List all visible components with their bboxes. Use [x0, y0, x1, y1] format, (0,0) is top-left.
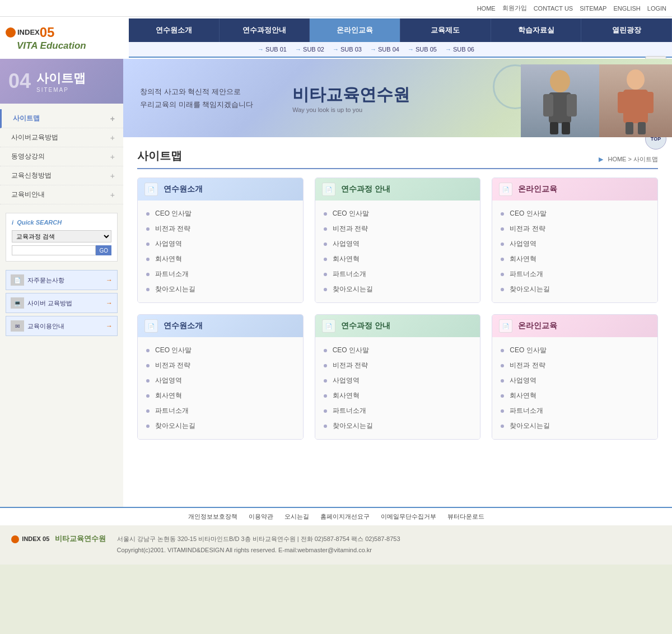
- sub-nav-item-1[interactable]: SUB 02: [295, 46, 324, 53]
- svg-point-0: [550, 70, 570, 92]
- sitemap-link-3-1[interactable]: 비전과 전략: [146, 358, 295, 373]
- sitemap-link-0-0[interactable]: CEO 인사말: [146, 206, 295, 221]
- sub-nav-item-3[interactable]: SUB 04: [370, 46, 399, 53]
- sitemap-link-5-2[interactable]: 사업영역: [501, 373, 649, 388]
- sitemap-section-5: 📄 온라인교육 CEO 인사말 비전과 전략 사업영역 회사연혁 파트너소개 찾…: [492, 314, 658, 440]
- nav-register[interactable]: 회원가입: [502, 4, 527, 12]
- sub-nav-item-2[interactable]: SUB 03: [333, 46, 362, 53]
- footer-nav-terms[interactable]: 이용약관: [249, 512, 273, 521]
- bullet: [501, 409, 504, 413]
- sitemap-link-0-4[interactable]: 파트너소개: [146, 267, 295, 282]
- nav-item-1[interactable]: 연수과정안내: [220, 18, 310, 42]
- arrow-icon-0: →: [106, 276, 113, 284]
- sidebar-link-cyber[interactable]: 💻 사이버 교육방법 →: [6, 293, 118, 313]
- sidebar-link-edu[interactable]: ✉ 교육이용안내 →: [6, 316, 118, 336]
- sitemap-link-1-4[interactable]: 파트너소개: [324, 267, 472, 282]
- section-header-0: 📄 연수원소개: [138, 178, 303, 201]
- sitemap-link-0-2[interactable]: 사업영역: [146, 236, 295, 251]
- sub-nav-item-4[interactable]: SUB 05: [408, 46, 437, 53]
- plus-icon-1: +: [110, 133, 115, 142]
- section-icon-5: 📄: [499, 319, 512, 333]
- sidebar-menu-item-1[interactable]: 사이버교육방법 +: [0, 128, 123, 147]
- nav-english[interactable]: ENGLISH: [613, 5, 640, 12]
- sitemap-link-2-1[interactable]: 비전과 전략: [501, 221, 649, 236]
- sitemap-links-1: CEO 인사말 비전과 전략 사업영역 회사연혁 파트너소개 찾아오시는길: [315, 201, 480, 302]
- logo[interactable]: INDEX 05 VITA Education: [6, 25, 129, 52]
- sidebar-menu-item-2[interactable]: 동영상강의 +: [0, 147, 123, 166]
- sitemap-link-1-0[interactable]: CEO 인사말: [324, 206, 472, 221]
- nav-item-4[interactable]: 학습자료실: [491, 18, 582, 42]
- sidebar-menu-item-3[interactable]: 교육신청방법 +: [0, 166, 123, 185]
- bullet: [324, 409, 327, 413]
- bullet: [501, 379, 504, 383]
- sitemap-link-3-2[interactable]: 사업영역: [146, 373, 295, 388]
- sitemap-links-0: CEO 인사말 비전과 전략 사업영역 회사연혁 파트너소개 찾아오시는길: [138, 201, 303, 302]
- bullet: [146, 379, 150, 383]
- sitemap-link-2-4[interactable]: 파트너소개: [501, 267, 649, 282]
- sitemap-link-1-5[interactable]: 찾아오시는길: [324, 282, 472, 297]
- sitemap-link-1-2[interactable]: 사업영역: [324, 236, 472, 251]
- main-content: 창의적 사고와 혁신적 제안으로 우리교육의 미래를 책임지겠습니다 비타교육연…: [123, 59, 672, 507]
- sitemap-link-3-3[interactable]: 회사연혁: [146, 388, 295, 403]
- nav-item-5[interactable]: 열린광장: [581, 18, 672, 42]
- sitemap-links-3: CEO 인사말 비전과 전략 사업영역 회사연혁 파트너소개 찾아오시는길: [138, 337, 303, 439]
- sitemap-link-4-1[interactable]: 비전과 전략: [324, 358, 472, 373]
- sidebar-link-faq[interactable]: 📄 자주묻는사항 →: [6, 270, 118, 290]
- person-male: [521, 64, 599, 137]
- bullet: [146, 425, 150, 428]
- sitemap-link-4-2[interactable]: 사업영역: [324, 373, 472, 388]
- sitemap-link-0-1[interactable]: 비전과 전략: [146, 221, 295, 236]
- nav-item-0[interactable]: 연수원소개: [129, 18, 220, 42]
- nav-contact[interactable]: CONTACT US: [534, 5, 573, 12]
- bullet: [324, 258, 327, 261]
- sitemap-link-3-4[interactable]: 파트너소개: [146, 403, 295, 418]
- arrow-icon-1: →: [106, 299, 113, 307]
- bullet: [501, 364, 504, 367]
- banner-sub2: 우리교육의 미래를 책임지겠습니다: [140, 98, 253, 111]
- sitemap-link-5-4[interactable]: 파트너소개: [501, 403, 649, 418]
- sitemap-link-1-1[interactable]: 비전과 전략: [324, 221, 472, 236]
- footer-nav-feedback[interactable]: 홈페이지개선요구: [320, 512, 370, 521]
- footer-nav-directions[interactable]: 오시는길: [284, 512, 309, 521]
- content-area: 사이트맵 ▶ HOME > 사이트맵 📄 연수원소개 CEO 인사말 비전과: [123, 137, 672, 462]
- nav-item-3[interactable]: 교육제도: [400, 18, 491, 42]
- sidebar-header: 04 사이트맵 SITEMAP: [0, 59, 123, 104]
- logo-num: 05: [40, 25, 55, 40]
- sitemap-link-5-1[interactable]: 비전과 전략: [501, 358, 649, 373]
- sidebar-menu-item-0[interactable]: 사이트맵 +: [0, 109, 123, 128]
- footer-address: 서울시 강남구 논현동 320-15 비타마인드B/D 3층 비타교육연수원 |…: [117, 534, 400, 545]
- sitemap-link-2-3[interactable]: 회사연혁: [501, 251, 649, 267]
- sitemap-link-5-0[interactable]: CEO 인사말: [501, 343, 649, 358]
- sitemap-link-3-5[interactable]: 찾아오시는길: [146, 418, 295, 433]
- nav-login[interactable]: LOGIN: [647, 5, 666, 12]
- sitemap-link-5-3[interactable]: 회사연혁: [501, 388, 649, 403]
- sitemap-grid-row1: 📄 연수원소개 CEO 인사말 비전과 전략 사업영역 회사연혁 파트너소개 찾…: [137, 178, 658, 303]
- sitemap-link-0-3[interactable]: 회사연혁: [146, 251, 295, 267]
- nav-sitemap[interactable]: SITEMAP: [580, 5, 606, 12]
- sidebar-menu-item-4[interactable]: 교육비안내 +: [0, 185, 123, 204]
- header: INDEX 05 VITA Education 연수원소개 연수과정안내 온라인…: [0, 17, 672, 59]
- footer-nav-noemail[interactable]: 이메일무단수집거부: [381, 512, 436, 521]
- search-go-button[interactable]: GO: [96, 245, 111, 255]
- nav-item-2[interactable]: 온라인교육: [310, 18, 400, 42]
- nav-home[interactable]: HOME: [477, 5, 496, 12]
- search-category-select[interactable]: 교육과정 검색: [12, 230, 111, 243]
- sitemap-link-4-4[interactable]: 파트너소개: [324, 403, 472, 418]
- sitemap-link-0-5[interactable]: 찾아오시는길: [146, 282, 295, 297]
- sitemap-link-2-5[interactable]: 찾아오시는길: [501, 282, 649, 297]
- sitemap-link-4-0[interactable]: CEO 인사말: [324, 343, 472, 358]
- sitemap-link-3-0[interactable]: CEO 인사말: [146, 343, 295, 358]
- sub-nav-item-0[interactable]: SUB 01: [258, 46, 287, 53]
- sitemap-link-2-0[interactable]: CEO 인사말: [501, 206, 649, 221]
- sitemap-link-1-3[interactable]: 회사연혁: [324, 251, 472, 267]
- sitemap-link-4-3[interactable]: 회사연혁: [324, 388, 472, 403]
- footer-nav-privacy[interactable]: 개인정보보호장책: [188, 512, 237, 521]
- plus-icon-4: +: [110, 190, 115, 199]
- bullet: [324, 273, 327, 276]
- sitemap-link-5-5[interactable]: 찾아오시는길: [501, 418, 649, 433]
- search-input[interactable]: [12, 245, 96, 255]
- sitemap-link-4-5[interactable]: 찾아오시는길: [324, 418, 472, 433]
- footer-nav-viewer[interactable]: 뷰터다운로드: [447, 512, 484, 521]
- sub-nav-item-5[interactable]: SUB 06: [445, 46, 474, 53]
- sitemap-link-2-2[interactable]: 사업영역: [501, 236, 649, 251]
